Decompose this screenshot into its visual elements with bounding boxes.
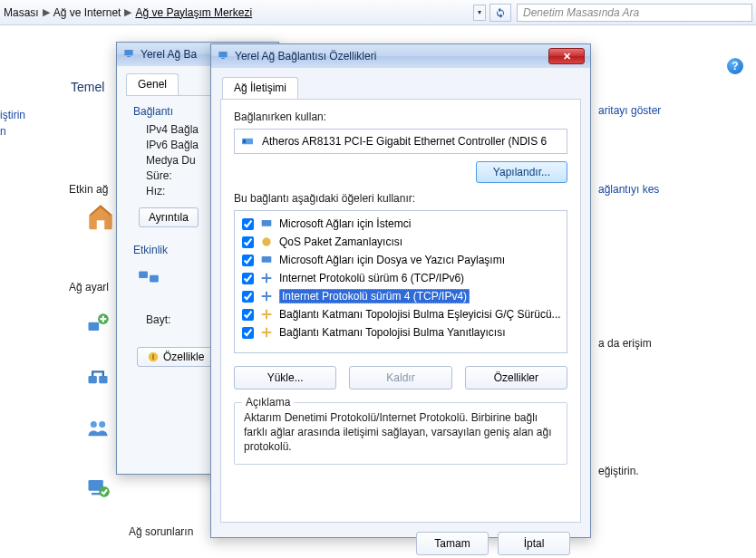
svg-rect-11: [139, 272, 148, 279]
svg-rect-12: [150, 275, 159, 283]
uninstall-button: Kaldır: [349, 366, 451, 390]
tab-general[interactable]: Genel: [126, 73, 179, 95]
item-label: Microsoft Ağları için İstemci: [279, 217, 411, 230]
service-icon: [259, 235, 274, 249]
protocol-icon: [259, 289, 274, 303]
help-icon[interactable]: ?: [727, 58, 743, 74]
adapter-name: Atheros AR8131 PCI-E Gigabit Ethernet Co…: [262, 135, 547, 148]
item-label: Internet Protokolü sürüm 6 (TCP/IPv6): [279, 272, 464, 284]
list-item[interactable]: Microsoft Ağları için Dosya ve Yazıcı Pa…: [238, 251, 563, 269]
close-button[interactable]: ✕: [548, 48, 585, 64]
item-label: Bağlantı Katmanı Topolojisi Bulma Eşleyi…: [279, 308, 561, 321]
item-checkbox[interactable]: [242, 273, 254, 284]
description-group: Açıklama Aktarım Denetimi Protokolü/Inte…: [234, 402, 567, 465]
cancel-button[interactable]: İptal: [498, 532, 570, 555]
svg-rect-9: [124, 49, 132, 54]
homegroup-icon: [85, 415, 111, 443]
chevron-right-icon: ▶: [43, 6, 50, 18]
svg-rect-3: [99, 376, 107, 383]
svg-rect-7: [92, 493, 100, 495]
description-legend: Açıklama: [242, 396, 294, 409]
label-troubleshoot-frag: Ağ sorunların: [129, 525, 193, 538]
protocol-icon: [259, 271, 274, 285]
svg-rect-16: [221, 57, 225, 58]
house-icon: [85, 201, 116, 235]
item-checkbox[interactable]: [242, 218, 254, 230]
item-label: Microsoft Ağları için Dosya ve Yazıcı Pa…: [279, 254, 505, 266]
svg-rect-18: [243, 140, 246, 143]
svg-point-20: [262, 237, 270, 245]
page-title-frag: Temel: [71, 80, 104, 94]
refresh-button[interactable]: [489, 4, 511, 22]
protocol-icon: [259, 325, 274, 340]
svg-rect-15: [218, 51, 227, 56]
svg-rect-19: [262, 220, 272, 226]
svg-rect-21: [262, 256, 272, 263]
svg-rect-0: [89, 322, 100, 331]
details-button[interactable]: Ayrıntıla: [139, 207, 199, 227]
item-label: QoS Paket Zamanlayıcısı: [279, 236, 402, 248]
adapter-field[interactable]: Atheros AR8131 PCI-E Gigabit Ethernet Co…: [234, 129, 567, 154]
breadcrumb-dropdown[interactable]: ▾: [473, 5, 486, 21]
label-connect-using: Bağlanırken kullan:: [234, 111, 567, 123]
list-item[interactable]: Bağlantı Katmanı Topolojisi Bulma Yanıtl…: [238, 323, 563, 342]
svg-rect-10: [127, 55, 131, 56]
list-item[interactable]: QoS Paket Zamanlayıcısı: [238, 233, 563, 251]
item-checkbox[interactable]: [242, 255, 254, 266]
window-title: Yerel Ağ Bağlantısı Özellikleri: [235, 50, 376, 63]
item-checkbox[interactable]: [242, 236, 254, 248]
troubleshoot-icon: [85, 474, 111, 502]
disconnect-link[interactable]: ağlantıyı kes: [598, 183, 659, 196]
window-title: Yerel Ağ Ba: [141, 48, 197, 61]
svg-point-4: [91, 421, 97, 428]
client-icon: [259, 216, 274, 231]
item-label: Bağlantı Katmanı Topolojisi Bulma Yanıtl…: [279, 326, 505, 339]
breadcrumb[interactable]: Masası ▶ Ağ ve Internet ▶ Ağ ve Paylaşım…: [4, 6, 252, 19]
item-checkbox[interactable]: [242, 291, 254, 303]
network-icon: [217, 49, 229, 64]
install-button[interactable]: Yükle...: [234, 366, 336, 390]
description-text: Aktarım Denetimi Protokolü/Internet Prot…: [244, 410, 557, 455]
item-properties-button[interactable]: Özellikler: [465, 366, 567, 390]
titlebar[interactable]: Yerel Ağ Bağlantısı Özellikleri ✕: [211, 44, 590, 68]
search-input[interactable]: Denetim Masasında Ara: [517, 4, 752, 22]
address-bar: Masası ▶ Ağ ve Internet ▶ Ağ ve Paylaşım…: [0, 0, 756, 25]
activity-icon: [137, 265, 160, 292]
breadcrumb-seg[interactable]: Masası: [4, 6, 39, 19]
view-map-link[interactable]: aritayı göster: [598, 104, 661, 117]
tab-networking[interactable]: Ağ İletişimi: [222, 77, 298, 99]
nic-icon: [240, 134, 255, 149]
svg-rect-2: [89, 376, 97, 383]
list-item[interactable]: Internet Protokolü sürüm 6 (TCP/IPv6): [238, 269, 563, 287]
svg-point-5: [99, 421, 105, 428]
sidebar-link-frag[interactable]: iştirin: [0, 109, 25, 121]
breadcrumb-seg-current[interactable]: Ağ ve Paylaşım Merkezi: [135, 6, 252, 19]
protocol-icon: [259, 307, 274, 322]
sidebar-link-frag[interactable]: n: [0, 125, 6, 138]
configure-button[interactable]: Yapılandır...: [476, 161, 567, 183]
properties-button[interactable]: Özellikle: [137, 347, 214, 367]
ok-button[interactable]: Tamam: [416, 532, 489, 555]
connect-icon: [85, 363, 111, 391]
svg-rect-14: [152, 354, 153, 360]
breadcrumb-seg[interactable]: Ağ ve Internet: [53, 6, 121, 19]
item-label: Internet Protokolü sürüm 4 (TCP/IPv4): [279, 289, 470, 303]
network-icon: [122, 47, 135, 63]
tab-strip: Ağ İletişimi: [222, 77, 581, 100]
label-uses-items: Bu bağlantı aşağıdaki öğeleri kullanır:: [234, 192, 567, 205]
service-icon: [259, 253, 274, 267]
label-access-frag: a da erişim: [598, 337, 652, 350]
item-checkbox[interactable]: [242, 309, 254, 321]
label-change-frag: eğiştirin.: [598, 465, 639, 477]
list-item[interactable]: Microsoft Ağları için İstemci: [238, 215, 563, 233]
list-item[interactable]: Bağlantı Katmanı Topolojisi Bulma Eşleyi…: [238, 305, 563, 323]
chevron-right-icon: ▶: [124, 6, 131, 18]
properties-dialog: Yerel Ağ Bağlantısı Özellikleri ✕ Ağ İle…: [210, 43, 591, 538]
label-network-settings: Ağ ayarl: [69, 281, 109, 293]
label-active-networks: Etkin ağ: [69, 183, 108, 196]
components-list[interactable]: Microsoft Ağları için İstemci QoS Paket …: [234, 210, 567, 353]
add-network-icon: [85, 312, 111, 340]
list-item-selected[interactable]: Internet Protokolü sürüm 4 (TCP/IPv4): [238, 287, 563, 305]
item-checkbox[interactable]: [242, 327, 254, 339]
